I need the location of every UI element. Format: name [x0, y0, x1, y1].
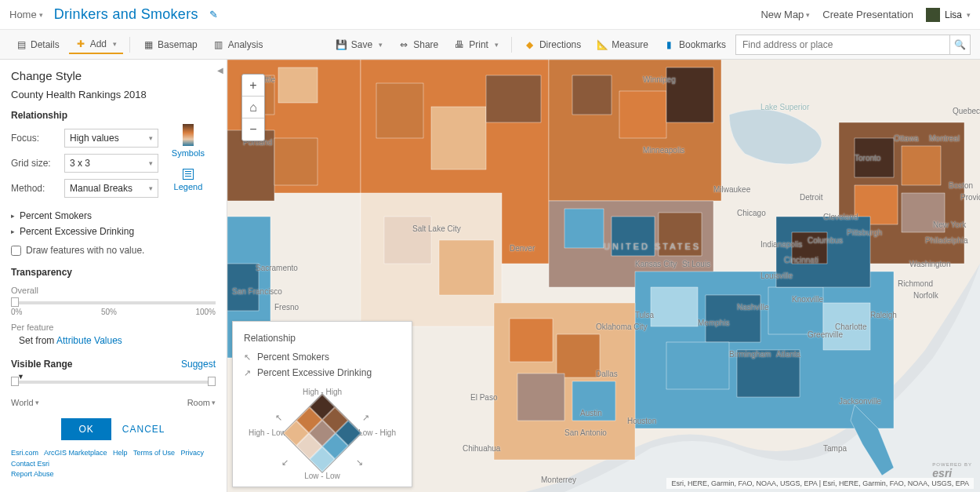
home-extent-button[interactable]: ⌂: [242, 97, 264, 118]
legend-title: Relationship: [244, 333, 401, 344]
panel-title: Change Style: [11, 69, 216, 82]
method-select[interactable]: Manual Breaks▾: [64, 179, 158, 198]
search-icon[interactable]: 🔍: [949, 35, 970, 54]
create-presentation-link[interactable]: Create Presentation: [822, 9, 913, 20]
measure-icon: 📐: [597, 39, 608, 50]
zoom-out-button[interactable]: −: [242, 118, 264, 140]
footer-link[interactable]: Privacy: [180, 449, 204, 457]
svg-rect-32: [557, 334, 600, 377]
measure-button[interactable]: 📐Measure: [590, 36, 655, 53]
ok-button[interactable]: OK: [61, 418, 111, 440]
visible-range-header: Visible Range: [11, 359, 72, 370]
analysis-button[interactable]: ▥Analysis: [207, 36, 270, 53]
arrow-up-right-icon: ↗: [244, 368, 251, 378]
svg-rect-20: [564, 209, 604, 248]
basemap-icon: ▦: [143, 39, 154, 50]
visible-range-slider[interactable]: ▼: [11, 381, 216, 384]
add-button[interactable]: ✚Add▾: [69, 35, 123, 54]
grid-select[interactable]: 3 x 3▾: [64, 154, 158, 173]
svg-rect-34: [572, 381, 615, 421]
footer-link[interactable]: Esri.com: [11, 449, 38, 457]
details-icon: ▤: [16, 39, 27, 50]
svg-rect-13: [384, 217, 431, 264]
svg-rect-16: [572, 75, 612, 115]
svg-rect-17: [619, 91, 666, 138]
chevron-right-icon: ▸: [11, 212, 15, 220]
home-link[interactable]: Home▾: [9, 9, 43, 20]
svg-rect-5: [274, 138, 318, 185]
svg-rect-7: [227, 264, 259, 311]
no-value-label: Draw features with no value.: [26, 245, 144, 256]
directions-button[interactable]: ◆Directions: [518, 36, 587, 53]
transparency-header: Transparency: [11, 267, 216, 278]
legend-link[interactable]: Legend: [172, 169, 205, 191]
bookmarks-button[interactable]: ▮Bookmarks: [658, 36, 732, 53]
suggest-link[interactable]: Suggest: [181, 359, 216, 370]
legend-lh: Low - High: [358, 428, 396, 437]
analysis-icon: ▥: [213, 39, 224, 50]
transparency-slider[interactable]: [11, 301, 216, 304]
cancel-button[interactable]: CANCEL: [122, 424, 165, 435]
map-area[interactable]: Seattle Portland San Francisco Sacrament…: [227, 60, 980, 492]
collapse-panel-icon[interactable]: ◀: [217, 66, 223, 75]
slider-handle[interactable]: [11, 297, 19, 307]
svg-rect-33: [517, 374, 564, 421]
svg-rect-9: [376, 83, 423, 138]
arrow-up-left-icon: ↖: [244, 352, 251, 363]
svg-rect-10: [431, 107, 486, 169]
symbols-icon: [183, 124, 194, 146]
scale-room[interactable]: Room▾: [187, 398, 216, 407]
edit-title-icon[interactable]: ✎: [209, 9, 218, 20]
svg-rect-37: [902, 146, 941, 185]
share-button[interactable]: ⇔Share: [392, 36, 445, 53]
add-icon: ✚: [75, 38, 86, 49]
focus-label: Focus:: [11, 133, 56, 144]
svg-rect-36: [855, 138, 894, 177]
chevron-right-icon: ▸: [11, 228, 15, 235]
footer-link[interactable]: Report Abuse: [11, 470, 54, 478]
grid-label: Grid size:: [11, 158, 56, 169]
legend-icon: [183, 169, 194, 180]
svg-rect-27: [823, 303, 870, 350]
toolbar: ▤Details ✚Add▾ ▦Basemap ▥Analysis 💾Save▾…: [0, 30, 980, 60]
search-box: 🔍: [735, 35, 971, 55]
svg-rect-25: [706, 295, 760, 342]
zoom-in-button[interactable]: +: [242, 75, 264, 97]
svg-rect-3: [278, 67, 318, 103]
attr2-expander[interactable]: ▸Percent Excessive Drinking: [11, 226, 216, 237]
no-value-checkbox[interactable]: [11, 246, 21, 256]
focus-select[interactable]: High values▾: [64, 129, 158, 148]
share-icon: ⇔: [398, 39, 409, 50]
attr1-expander[interactable]: ▸Percent Smokers: [11, 210, 216, 221]
footer-link[interactable]: ArcGIS Marketplace: [44, 449, 107, 457]
print-button[interactable]: 🖶Print▾: [448, 36, 505, 53]
attribute-values-link[interactable]: Attribute Values: [56, 335, 122, 346]
svg-rect-29: [737, 350, 800, 397]
save-button[interactable]: 💾Save▾: [330, 36, 389, 53]
user-menu[interactable]: Lisa▾: [926, 8, 971, 22]
symbols-link[interactable]: Symbols: [172, 124, 205, 158]
svg-rect-26: [768, 287, 823, 334]
svg-rect-28: [666, 342, 729, 389]
slider-handle-max[interactable]: [208, 377, 216, 386]
details-button[interactable]: ▤Details: [9, 36, 66, 53]
svg-rect-41: [792, 232, 827, 264]
layer-name: County Health Rankings 2018: [11, 89, 216, 100]
footer-link[interactable]: Contact Esri: [11, 460, 49, 468]
svg-rect-18: [666, 67, 713, 122]
footer-links: Esri.com ArcGIS Marketplace Help Terms o…: [11, 448, 216, 480]
svg-rect-24: [651, 287, 698, 326]
svg-rect-14: [439, 240, 494, 295]
footer-link[interactable]: Terms of Use: [133, 449, 175, 457]
section-header: Relationship: [11, 110, 216, 121]
basemap-button[interactable]: ▦Basemap: [136, 36, 204, 53]
search-input[interactable]: [736, 39, 949, 50]
svg-rect-22: [659, 213, 702, 256]
map-attribution: Esri, HERE, Garmin, FAO, NOAA, USGS, EPA…: [666, 478, 974, 489]
footer-link[interactable]: Help: [113, 449, 128, 457]
avatar: [926, 8, 940, 22]
print-icon: 🖶: [454, 39, 465, 50]
overall-label: Overall: [11, 286, 216, 295]
scale-world[interactable]: World▾: [11, 398, 39, 407]
new-map-link[interactable]: New Map▾: [760, 9, 810, 20]
